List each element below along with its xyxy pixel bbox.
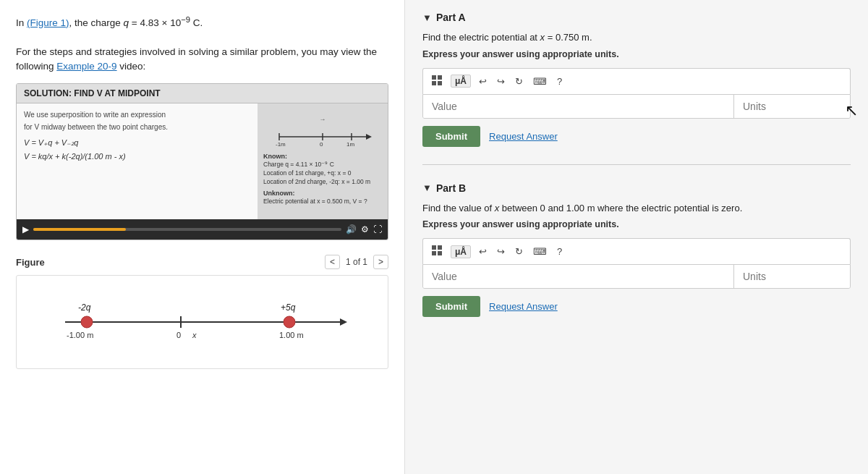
part-b-question: Find the value of x between 0 and 1.00 m… [422,201,851,216]
part-a-title: Part A [436,12,466,23]
mu-button-a[interactable]: μÅ [451,75,471,88]
known1: Charge q = 4.11 × 10⁻⁹ C [263,161,382,169]
sol-eq2: V = kq/x + k(-2q)/(1.00 m - x) [24,151,250,163]
refresh-icon-b[interactable]: ↻ [513,245,525,258]
part-b-collapse-icon[interactable]: ▼ [422,182,432,193]
redo-icon-a[interactable]: ↪ [495,75,507,88]
part-a-actions: Submit Request Answer [422,126,851,147]
grid-icon-b[interactable] [429,243,445,260]
known3: Location of 2nd charge, -2q: x = 1.00 m [263,178,382,187]
known2: Location of 1st charge, +q: x = 0 [263,169,382,178]
svg-text:1m: 1m [346,141,354,148]
help-icon-a[interactable]: ? [555,75,564,88]
part-b-actions: Submit Request Answer [422,296,851,317]
part-b-submit-button[interactable]: Submit [422,296,480,317]
svg-text:+5q: +5q [281,302,296,313]
right-panel: ▼ Part A Find the electric potential at … [405,0,868,474]
part-a-header: ▼ Part A [422,12,851,23]
svg-text:1.00 m: 1.00 m [279,331,304,339]
svg-rect-22 [438,75,442,80]
figure-count: 1 of 1 [346,257,367,267]
divider [422,164,851,165]
svg-text:x: x [192,331,197,339]
solution-content: We use superposition to write an express… [17,103,388,219]
svg-text:0: 0 [176,331,181,339]
part-a-collapse-icon[interactable]: ▼ [422,12,432,23]
known-title: Known: [263,152,382,161]
part-b-units-input[interactable] [734,265,850,288]
part-a-instruction: Express your answer using appropriate un… [422,49,851,59]
figure-nav: < 1 of 1 > [325,255,388,269]
svg-point-13 [81,316,93,328]
sol-sub1: We use superposition to write an express… [24,109,250,120]
problem-line2: For the steps and strategies involved in… [16,46,377,72]
solution-box: SOLUTION: FIND V AT MIDPOINT We use supe… [16,83,388,240]
figure-title: Figure [16,257,45,268]
svg-text:-1.00 m: -1.00 m [67,331,93,339]
part-a-input-row [422,94,851,119]
help-icon-b[interactable]: ? [555,245,564,258]
mini-diagram-svg: -1m 0 1m [272,126,373,148]
undo-icon-b[interactable]: ↩ [477,245,489,258]
progress-bar[interactable] [33,228,341,231]
part-b-request-answer-button[interactable]: Request Answer [489,301,558,312]
solution-header: SOLUTION: FIND V AT MIDPOINT [17,84,388,103]
unknown-title: Unknown: [263,189,382,198]
refresh-icon-a[interactable]: ↻ [513,75,525,88]
part-a-question: Find the electric potential at x = 0.750… [422,30,851,45]
progress-fill [33,228,126,231]
solution-left: We use superposition to write an express… [17,103,258,219]
svg-rect-24 [438,81,442,85]
part-a-units-input[interactable] [734,95,850,118]
prev-figure-button[interactable]: < [325,255,340,269]
play-icon[interactable]: ▶ [22,224,29,234]
settings-icon[interactable]: ⚙ [361,224,369,234]
svg-marker-9 [340,318,347,326]
unknown1: Electric potential at x = 0.500 m, V = ? [263,198,382,206]
svg-rect-23 [432,81,436,85]
keyboard-icon-b[interactable]: ⌨ [531,245,549,258]
next-figure-button[interactable]: > [373,255,388,269]
number-line-container: -2q +5q -1.00 m 0 x 1.00 m [31,287,373,360]
video-controls[interactable]: ▶ 🔊 ⚙ ⛶ [17,219,388,240]
example-link[interactable]: Example 20-9 [56,61,116,72]
grid-icon-a[interactable] [429,73,445,90]
figure1-link[interactable]: (Figure 1) [27,17,69,28]
part-a-value-input[interactable] [423,95,734,118]
solution-diagram: → -1m 0 1m Known: Charge q = 4.11 × 10⁻⁹… [258,103,388,219]
mu-button-b[interactable]: μÅ [451,245,471,258]
problem-text: In (Figure 1), the charge q = 4.83 × 10−… [16,13,388,75]
svg-rect-28 [438,251,442,255]
svg-text:-2q: -2q [78,302,91,313]
svg-marker-1 [366,134,372,140]
svg-text:-1m: -1m [276,141,286,148]
svg-rect-27 [432,251,436,255]
diagram-notes: Known: Charge q = 4.11 × 10⁻⁹ C Location… [263,152,382,207]
svg-rect-25 [432,245,436,250]
svg-text:0: 0 [320,141,323,148]
undo-icon-a[interactable]: ↩ [477,75,489,88]
part-a-submit-button[interactable]: Submit [422,126,480,147]
keyboard-icon-a[interactable]: ⌨ [531,75,549,88]
part-b-value-input[interactable] [423,265,734,288]
solution-title: SOLUTION: FIND V AT MIDPOINT [24,88,161,98]
sol-eq1: V = V₊q + V₋₂q [24,137,250,149]
part-b-toolbar: μÅ ↩ ↪ ↻ ⌨ ? [422,238,851,264]
left-panel: In (Figure 1), the charge q = 4.83 × 10−… [0,0,405,474]
part-b-section: ▼ Part B Find the value of x between 0 a… [422,182,851,318]
svg-rect-26 [438,245,442,250]
figure-svg: -2q +5q -1.00 m 0 x 1.00 m [51,295,354,352]
part-b-input-row [422,264,851,289]
volume-icon[interactable]: 🔊 [346,224,357,234]
part-a-request-answer-button[interactable]: Request Answer [489,131,558,142]
svg-point-14 [284,316,295,328]
redo-icon-b[interactable]: ↪ [495,245,507,258]
part-b-title: Part B [436,182,466,194]
figure-section: Figure < 1 of 1 > [16,255,388,369]
part-a-section: ▼ Part A Find the electric potential at … [422,12,851,147]
figure-diagram: -2q +5q -1.00 m 0 x 1.00 m [16,275,388,369]
part-b-header: ▼ Part B [422,182,851,194]
problem-line1: In (Figure 1), the charge q = 4.83 × 10−… [16,17,203,28]
svg-rect-21 [432,75,436,80]
fullscreen-icon[interactable]: ⛶ [373,224,382,234]
